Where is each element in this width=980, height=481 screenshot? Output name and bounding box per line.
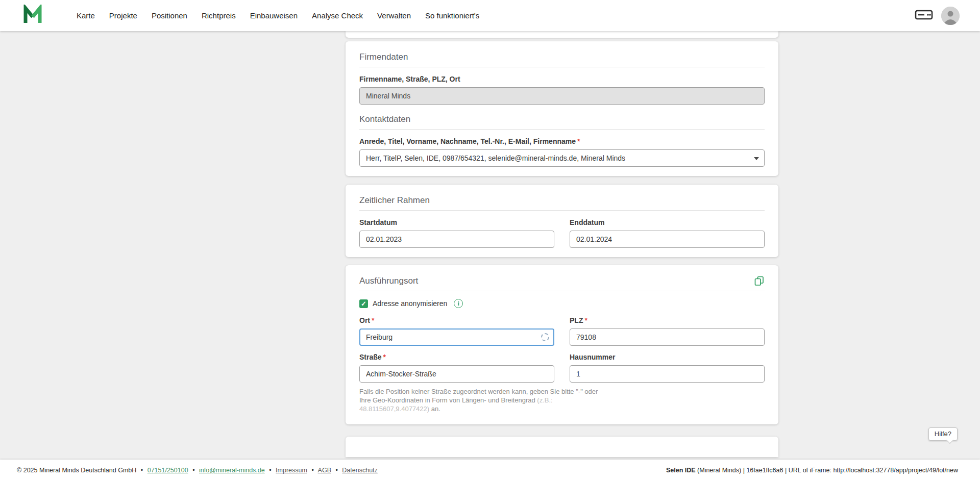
street-hint-text: Falls die Position keiner Straße zugeord… bbox=[359, 387, 604, 413]
required-marker: * bbox=[584, 316, 587, 324]
chevron-down-icon bbox=[754, 157, 759, 160]
ort-label: Ort* bbox=[359, 316, 554, 325]
divider bbox=[359, 67, 765, 67]
card-partial-top bbox=[346, 31, 778, 38]
footer-left-text: © 2025 Mineral Minds Deutschland GmbH • … bbox=[17, 467, 378, 474]
divider bbox=[359, 291, 765, 291]
kontakt-select-value: Herr, TitelP, Selen, IDE, 0987/654321, s… bbox=[366, 154, 625, 162]
nav-item-projekte[interactable]: Projekte bbox=[102, 0, 144, 31]
ort-input[interactable] bbox=[359, 328, 554, 346]
section-firmendaten: Firmendaten Firmenname, Straße, PLZ, Ort… bbox=[346, 41, 778, 176]
iframe-url-text: (Mineral Minds) | 16fae1ffc6a6 | URL of … bbox=[696, 467, 958, 474]
hint-part2: an. bbox=[429, 405, 440, 413]
nav-item-richtpreis[interactable]: Richtpreis bbox=[194, 0, 243, 31]
zeitlicher-rahmen-title: Zeitlicher Rahmen bbox=[359, 195, 765, 206]
plz-label: PLZ* bbox=[570, 316, 765, 325]
loading-spinner-icon bbox=[541, 333, 549, 341]
footer-link-impressum[interactable]: Impressum bbox=[276, 467, 307, 474]
footer-link-email[interactable]: info@mineral-minds.de bbox=[199, 467, 265, 474]
app-id-text: Selen IDE bbox=[666, 467, 696, 474]
hausnummer-input[interactable] bbox=[570, 365, 765, 383]
footer-link-datenschutz[interactable]: Datenschutz bbox=[342, 467, 377, 474]
nav-item-so-funktionierts[interactable]: So funktioniert's bbox=[418, 0, 486, 31]
firmenname-input bbox=[359, 87, 765, 105]
separator: • bbox=[311, 467, 313, 474]
hint-part1: Falls die Position keiner Straße zugeord… bbox=[359, 388, 598, 404]
hausnummer-label: Hausnummer bbox=[570, 353, 765, 362]
copy-icon[interactable] bbox=[754, 275, 765, 288]
info-icon[interactable]: i bbox=[454, 299, 463, 308]
top-navbar: Karte Projekte Positionen Richtpreis Ein… bbox=[0, 0, 980, 31]
anonymize-checkbox[interactable]: ✓ bbox=[359, 299, 368, 308]
kontakt-select[interactable]: Herr, TitelP, Selen, IDE, 0987/654321, s… bbox=[359, 149, 765, 167]
page-content: Firmendaten Firmenname, Straße, PLZ, Ort… bbox=[0, 31, 980, 460]
brand-logo[interactable] bbox=[22, 5, 43, 27]
ort-label-text: Ort bbox=[359, 316, 370, 324]
user-avatar[interactable] bbox=[941, 7, 960, 25]
required-marker: * bbox=[383, 353, 386, 361]
required-marker: * bbox=[577, 137, 580, 145]
plz-input[interactable] bbox=[570, 328, 765, 346]
separator: • bbox=[269, 467, 271, 474]
kontakt-label: Anrede, Titel, Vorname, Nachname, Tel.-N… bbox=[359, 137, 765, 146]
copyright-text: © 2025 Mineral Minds Deutschland GmbH bbox=[17, 467, 136, 474]
divider bbox=[359, 129, 765, 130]
footer: © 2025 Mineral Minds Deutschland GmbH • … bbox=[0, 460, 980, 481]
enddatum-label: Enddatum bbox=[570, 218, 765, 227]
plz-label-text: PLZ bbox=[570, 316, 583, 324]
footer-link-agb[interactable]: AGB bbox=[318, 467, 331, 474]
nav-item-karte[interactable]: Karte bbox=[69, 0, 102, 31]
strasse-label: Straße* bbox=[359, 353, 554, 362]
separator: • bbox=[335, 467, 337, 474]
nav-item-verwalten[interactable]: Verwalten bbox=[370, 0, 418, 31]
strasse-label-text: Straße bbox=[359, 353, 382, 361]
startdatum-input[interactable] bbox=[359, 231, 554, 248]
help-button[interactable]: Hilfe? bbox=[928, 427, 958, 441]
section-ausfuehrungsort: Ausführungsort ✓ Adresse anonymisieren i bbox=[346, 265, 778, 424]
server-icon[interactable] bbox=[915, 8, 933, 23]
nav-item-positionen[interactable]: Positionen bbox=[144, 0, 194, 31]
ausfuehrungsort-title: Ausführungsort bbox=[359, 275, 418, 286]
footer-right-text: Selen IDE (Mineral Minds) | 16fae1ffc6a6… bbox=[666, 467, 958, 474]
enddatum-input[interactable] bbox=[570, 231, 765, 248]
section-zeitlicher-rahmen: Zeitlicher Rahmen Startdatum Enddatum bbox=[346, 185, 778, 257]
nav-item-einbauweisen[interactable]: Einbauweisen bbox=[243, 0, 305, 31]
divider bbox=[359, 210, 765, 211]
firmendaten-title: Firmendaten bbox=[359, 52, 765, 62]
required-marker: * bbox=[372, 316, 374, 324]
anonymize-label[interactable]: Adresse anonymisieren bbox=[373, 299, 447, 308]
firmenname-label: Firmenname, Straße, PLZ, Ort bbox=[359, 75, 765, 84]
strasse-input[interactable] bbox=[359, 365, 554, 383]
nav-item-analyse-check[interactable]: Analyse Check bbox=[305, 0, 370, 31]
mineral-minds-logo-icon bbox=[22, 5, 43, 27]
footer-link-phone[interactable]: 07151/250100 bbox=[148, 467, 188, 474]
startdatum-label: Startdatum bbox=[359, 218, 554, 227]
main-navigation: Karte Projekte Positionen Richtpreis Ein… bbox=[69, 0, 486, 31]
separator: • bbox=[141, 467, 143, 474]
kontaktdaten-title: Kontaktdaten bbox=[359, 114, 765, 124]
kontakt-label-text: Anrede, Titel, Vorname, Nachname, Tel.-N… bbox=[359, 137, 576, 145]
separator: • bbox=[192, 467, 194, 474]
card-partial-bottom bbox=[346, 437, 778, 457]
check-icon: ✓ bbox=[361, 300, 366, 307]
